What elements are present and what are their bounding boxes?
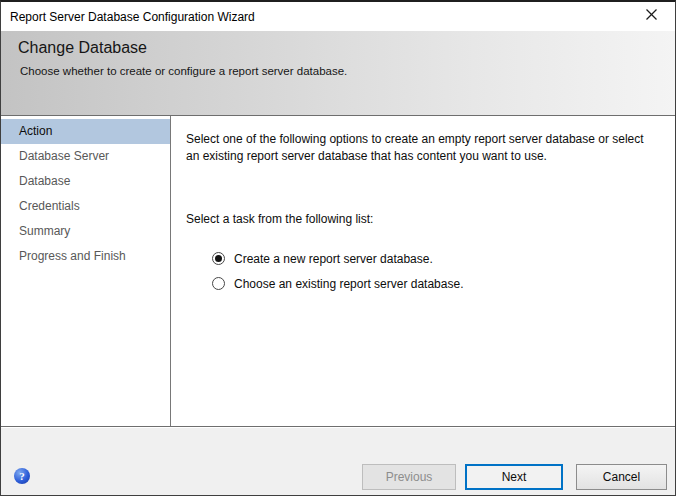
wizard-header: Change Database Choose whether to create… — [1, 31, 675, 116]
sidebar-item-progress-and-finish[interactable]: Progress and Finish — [1, 244, 170, 269]
intro-text-line: Select one of the following options to c… — [186, 131, 657, 148]
radio-option-choose-existing[interactable]: Choose an existing report server databas… — [212, 271, 657, 296]
help-icon: ? — [19, 470, 25, 482]
task-prompt-label: Select a task from the following list: — [186, 212, 657, 226]
sidebar-item-summary[interactable]: Summary — [1, 219, 170, 244]
window-title: Report Server Database Configuration Wiz… — [1, 10, 255, 24]
cancel-button[interactable]: Cancel — [576, 464, 667, 490]
close-icon — [645, 8, 658, 24]
intro-text-line: an existing report server database that … — [186, 148, 657, 165]
page-title: Change Database — [1, 31, 675, 57]
footer-button-row: Previous Next Cancel — [362, 464, 667, 490]
radio-option-label: Create a new report server database. — [234, 252, 433, 266]
help-button[interactable]: ? — [14, 468, 30, 484]
radio-button-icon[interactable] — [212, 252, 225, 265]
title-bar: Report Server Database Configuration Wiz… — [1, 2, 675, 31]
previous-button[interactable]: Previous — [362, 464, 456, 490]
wizard-dialog: Report Server Database Configuration Wiz… — [0, 0, 676, 496]
page-subtitle: Choose whether to create or configure a … — [1, 57, 675, 77]
wizard-footer: ? Previous Next Cancel — [1, 428, 675, 495]
close-button[interactable] — [629, 2, 674, 30]
sidebar-item-database[interactable]: Database — [1, 169, 170, 194]
next-button[interactable]: Next — [465, 464, 563, 490]
wizard-body: Action Database Server Database Credenti… — [1, 116, 675, 427]
radio-option-label: Choose an existing report server databas… — [234, 277, 463, 291]
sidebar-item-database-server[interactable]: Database Server — [1, 144, 170, 169]
sidebar-item-credentials[interactable]: Credentials — [1, 194, 170, 219]
radio-button-icon[interactable] — [212, 277, 225, 290]
wizard-content: Select one of the following options to c… — [171, 116, 675, 426]
radio-option-create-new[interactable]: Create a new report server database. — [212, 246, 657, 271]
sidebar-item-action[interactable]: Action — [1, 119, 170, 144]
task-options-group: Create a new report server database. Cho… — [212, 246, 657, 296]
wizard-steps-sidebar: Action Database Server Database Credenti… — [1, 116, 171, 426]
